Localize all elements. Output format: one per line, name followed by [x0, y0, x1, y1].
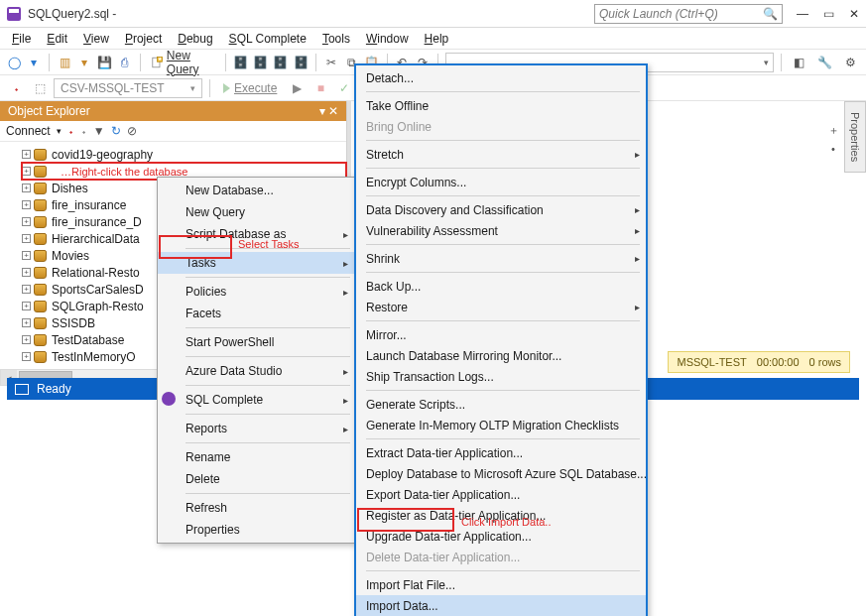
submenu-item-label: Vulnerability Assessment — [366, 224, 498, 238]
vtool-dot-icon[interactable]: • — [825, 143, 841, 159]
submenu-item[interactable]: Import Flat File... — [356, 574, 646, 595]
submenu-item[interactable]: Back Up... — [356, 276, 646, 297]
menu-file[interactable]: File — [6, 30, 37, 48]
submenu-item[interactable]: Stretch — [356, 144, 646, 165]
context-menu-item[interactable]: Tasks — [158, 252, 354, 274]
submenu-item[interactable]: Ship Transaction Logs... — [356, 366, 646, 387]
db-icon-2[interactable]: 🗄️ — [253, 53, 269, 72]
submenu-item-label: Restore — [366, 301, 408, 314]
context-menu-item[interactable]: Azure Data Studio — [158, 360, 354, 382]
nav-back-icon[interactable]: ◯ — [6, 53, 22, 72]
submenu-item[interactable]: Deploy Database to Microsoft Azure SQL D… — [356, 463, 646, 484]
expander-icon[interactable]: + — [22, 352, 31, 361]
filter-icon[interactable]: ▼ — [93, 124, 105, 138]
submenu-item[interactable]: Restore — [356, 297, 646, 317]
properties-tab[interactable]: Properties — [844, 101, 866, 173]
expander-icon[interactable]: + — [22, 251, 31, 260]
menu-debug[interactable]: Debug — [172, 30, 218, 48]
context-menu-item[interactable]: Rename — [158, 446, 354, 468]
minimize-button[interactable]: — — [797, 8, 808, 20]
debug-run-icon[interactable]: ▶ — [287, 78, 307, 98]
connect-plug-icon[interactable]: ⬩ — [67, 124, 74, 138]
chevron-down-icon: ▾ — [764, 58, 769, 67]
save-all-icon[interactable]: ⎙ — [117, 53, 133, 72]
submenu-item[interactable]: Launch Database Mirroring Monitor... — [356, 345, 646, 366]
cut-icon[interactable]: ✂ — [323, 53, 339, 72]
submenu-item[interactable]: Generate Scripts... — [356, 394, 646, 415]
submenu-item[interactable]: Upgrade Data-tier Application... — [356, 526, 646, 547]
expander-icon[interactable]: + — [22, 285, 31, 294]
expander-icon[interactable]: + — [22, 318, 31, 327]
context-menu-item[interactable]: Delete — [158, 468, 354, 490]
menu-help[interactable]: Help — [419, 30, 455, 48]
tasks-submenu[interactable]: Detach...Take OfflineBring OnlineStretch… — [354, 63, 648, 616]
context-menu-item[interactable]: Policies — [158, 281, 354, 303]
menu-project[interactable]: Project — [119, 30, 168, 48]
context-menu-item-label: SQL Complete — [186, 393, 263, 407]
context-menu-item[interactable]: Properties — [158, 519, 354, 541]
wrench-icon[interactable]: 🔧 — [814, 53, 834, 72]
context-menu-item[interactable]: Refresh — [158, 497, 354, 519]
quick-launch-input[interactable]: Quick Launch (Ctrl+Q) 🔍 — [594, 4, 783, 24]
context-menu-item[interactable]: New Database... — [158, 180, 354, 201]
db-icon-1[interactable]: 🗄️ — [233, 53, 249, 72]
close-button[interactable]: ✕ — [848, 8, 860, 20]
submenu-item[interactable]: Take Offline — [356, 95, 646, 116]
expander-icon[interactable]: + — [22, 268, 31, 277]
db-icon-4[interactable]: 🗄️ — [293, 53, 309, 72]
stop-icon[interactable]: ■ — [310, 78, 330, 98]
submenu-item[interactable]: Shrink — [356, 248, 646, 269]
refresh-icon[interactable]: ↻ — [111, 124, 121, 138]
gear-icon[interactable]: ⚙ — [840, 53, 860, 72]
execute-label: Execute — [234, 81, 277, 95]
execute-button[interactable]: Execute — [217, 81, 283, 95]
expander-icon[interactable]: + — [22, 184, 31, 192]
expander-icon[interactable]: + — [22, 302, 31, 310]
connect-icon[interactable]: ⬩ — [6, 78, 26, 98]
submenu-item[interactable]: Extract Data-tier Application... — [356, 442, 646, 463]
submenu-item[interactable]: Detach... — [356, 67, 646, 88]
window-layout-icon[interactable]: ◧ — [789, 53, 808, 72]
tree-item[interactable]: +covid19-geography — [22, 146, 346, 163]
context-menu-item[interactable]: Reports — [158, 418, 354, 439]
menu-tools[interactable]: Tools — [316, 30, 356, 48]
submenu-item[interactable]: Export Data-tier Application... — [356, 484, 646, 505]
open-icon[interactable]: ▾ — [76, 53, 92, 72]
vtool-plus-icon[interactable]: ＋ — [825, 123, 841, 139]
new-query-button[interactable]: ★ New Query — [148, 49, 218, 76]
parse-icon[interactable]: ✓ — [334, 78, 354, 98]
submenu-item[interactable]: Encrypt Columns... — [356, 172, 646, 192]
maximize-button[interactable]: ▭ — [822, 8, 834, 20]
expander-icon[interactable]: + — [22, 167, 31, 176]
new-item-icon[interactable]: ▥ — [57, 53, 72, 72]
connect-plug-off-icon[interactable]: ⬩ — [80, 124, 87, 138]
menu-view[interactable]: View — [77, 30, 115, 48]
context-menu-item[interactable]: SQL Complete — [158, 389, 354, 411]
stop-conn-icon[interactable]: ⊘ — [127, 124, 137, 138]
menu-window[interactable]: Window — [360, 30, 415, 48]
database-combo[interactable]: CSV-MSSQL-TEST ▾ — [54, 78, 202, 98]
connect-label[interactable]: Connect — [6, 124, 51, 138]
submenu-item[interactable]: Generate In-Memory OLTP Migration Checkl… — [356, 415, 646, 435]
db-icon-3[interactable]: 🗄️ — [273, 53, 289, 72]
menu-sql-complete[interactable]: SQL Complete — [223, 30, 312, 48]
expander-icon[interactable]: + — [22, 150, 31, 159]
menu-edit[interactable]: Edit — [41, 30, 73, 48]
context-menu-item[interactable]: New Query — [158, 201, 354, 223]
submenu-item[interactable]: Mirror... — [356, 324, 646, 345]
save-icon[interactable]: 💾 — [97, 53, 113, 72]
context-menu-item[interactable]: Facets — [158, 303, 354, 324]
submenu-item[interactable]: Data Discovery and Classification — [356, 199, 646, 220]
expander-icon[interactable]: + — [22, 217, 31, 226]
database-context-menu[interactable]: New Database...New QueryScript Database … — [157, 177, 355, 544]
change-conn-icon[interactable]: ⬚ — [30, 78, 50, 98]
expander-icon[interactable]: + — [22, 234, 31, 243]
expander-icon[interactable]: + — [22, 200, 31, 209]
quick-launch-placeholder: Quick Launch (Ctrl+Q) — [599, 7, 718, 21]
expander-icon[interactable]: + — [22, 335, 31, 344]
submenu-item[interactable]: Vulnerability Assessment — [356, 220, 646, 241]
submenu-item[interactable]: Import Data... — [356, 595, 646, 616]
nav-fwd-icon[interactable]: ▾ — [26, 53, 42, 72]
context-menu-item[interactable]: Start PowerShell — [158, 331, 354, 353]
pin-icon[interactable]: ▾ ✕ — [319, 104, 338, 118]
